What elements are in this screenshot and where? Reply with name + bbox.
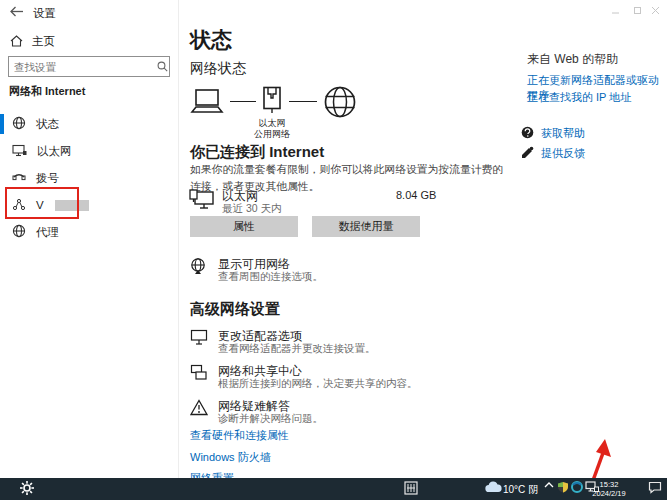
feedback-icon bbox=[521, 145, 534, 163]
advanced-heading: 高级网络设置 bbox=[190, 300, 280, 319]
ethernet-monitor-icon bbox=[189, 189, 215, 215]
diagram-network-type: 公用网络 bbox=[242, 128, 302, 141]
sidebar-item-label: 状态 bbox=[36, 117, 59, 132]
search-input[interactable] bbox=[9, 61, 154, 73]
maximize-button[interactable] bbox=[630, 4, 644, 16]
network-status-heading: 网络状态 bbox=[190, 60, 246, 78]
connected-heading: 你已连接到 Internet bbox=[190, 143, 324, 162]
minimize-button[interactable] bbox=[608, 4, 622, 16]
clock-time: 15:32 bbox=[586, 480, 632, 489]
vpn-icon bbox=[12, 198, 26, 213]
dialup-phone-icon bbox=[12, 171, 26, 186]
search-icon[interactable] bbox=[154, 61, 170, 72]
weather-temp: 10°C bbox=[503, 484, 525, 495]
help-link-ip-address[interactable]: 正在查找我的 IP 地址 bbox=[527, 90, 631, 105]
page-title: 状态 bbox=[190, 26, 232, 54]
settings-window: 设置 主页 网络和 Internet 状态 以太网 bbox=[0, 0, 667, 500]
status-globe-icon bbox=[12, 116, 26, 132]
sharing-center-subtitle: 根据所连接到的网络，决定要共享的内容。 bbox=[218, 377, 418, 391]
settings-search-box[interactable] bbox=[8, 56, 170, 77]
data-usage-value: 8.04 GB bbox=[396, 189, 436, 201]
sidebar-item-vpn[interactable]: V bbox=[0, 192, 178, 218]
ethernet-row-period: 最近 30 天内 bbox=[222, 202, 282, 216]
properties-button[interactable]: 属性 bbox=[190, 216, 298, 237]
home-icon bbox=[10, 35, 23, 49]
sidebar-home-label: 主页 bbox=[32, 34, 55, 49]
diagram-connector-line bbox=[230, 101, 256, 102]
proxy-globe-icon bbox=[12, 224, 26, 240]
tray-security-icon[interactable] bbox=[557, 481, 569, 493]
settings-sidebar: 设置 主页 网络和 Internet 状态 以太网 bbox=[0, 0, 179, 478]
sidebar-section-title: 网络和 Internet bbox=[9, 84, 85, 99]
close-button[interactable] bbox=[648, 4, 662, 16]
sidebar-item-dialup[interactable]: 拨号 bbox=[0, 165, 178, 191]
sidebar-item-label: V bbox=[36, 199, 44, 211]
action-center-icon[interactable] bbox=[648, 481, 662, 494]
sidebar-item-ethernet[interactable]: 以太网 bbox=[0, 138, 178, 164]
troubleshoot-warning-icon bbox=[190, 399, 208, 420]
hardware-properties-link[interactable]: 查看硬件和连接属性 bbox=[190, 428, 289, 443]
ethernet-plug-icon bbox=[261, 86, 283, 118]
available-networks-icon bbox=[189, 257, 207, 279]
windows-firewall-link[interactable]: Windows 防火墙 bbox=[190, 450, 271, 465]
sidebar-item-status[interactable]: 状态 bbox=[0, 111, 178, 137]
tray-chevron-up-icon[interactable] bbox=[544, 481, 554, 489]
get-help-icon bbox=[521, 125, 534, 143]
weather-widget[interactable]: 10°C 阴 bbox=[503, 483, 538, 497]
settings-taskbar-gear-icon[interactable] bbox=[20, 481, 34, 495]
internet-globe-icon bbox=[323, 85, 357, 123]
weather-condition: 阴 bbox=[528, 484, 538, 495]
taskbar-clock[interactable]: 15:32 2024/2/19 bbox=[586, 480, 632, 498]
censored-text bbox=[55, 200, 89, 211]
clock-date: 2024/2/19 bbox=[586, 489, 632, 498]
back-button[interactable] bbox=[10, 4, 24, 20]
sidebar-item-label: 以太网 bbox=[37, 144, 72, 159]
laptop-icon bbox=[189, 88, 225, 120]
ime-keyboard-icon[interactable] bbox=[404, 481, 418, 495]
sharing-center-icon bbox=[190, 364, 208, 385]
taskbar: 10°C 阴 15:32 2024/2/19 bbox=[0, 478, 667, 500]
show-networks-subtitle: 查看周围的连接选项。 bbox=[218, 270, 323, 284]
sidebar-item-proxy[interactable]: 代理 bbox=[0, 219, 178, 245]
ethernet-icon bbox=[12, 144, 27, 159]
change-adapter-subtitle: 查看网络适配器并更改连接设置。 bbox=[218, 342, 376, 356]
sidebar-item-label: 代理 bbox=[36, 225, 59, 240]
troubleshoot-subtitle: 诊断并解决网络问题。 bbox=[218, 412, 323, 426]
get-help-link[interactable]: 获取帮助 bbox=[541, 126, 585, 141]
selected-indicator bbox=[0, 114, 4, 134]
diagram-connector-line bbox=[289, 101, 317, 102]
app-title: 设置 bbox=[33, 6, 56, 21]
sidebar-item-label: 拨号 bbox=[36, 171, 59, 186]
tray-browser-icon[interactable] bbox=[571, 481, 583, 493]
change-adapter-icon bbox=[190, 329, 208, 350]
web-help-heading: 来自 Web 的帮助 bbox=[527, 51, 618, 68]
sidebar-item-home[interactable]: 主页 bbox=[10, 34, 55, 49]
weather-cloud-icon[interactable] bbox=[485, 481, 502, 493]
data-usage-button[interactable]: 数据使用量 bbox=[312, 216, 420, 237]
feedback-link[interactable]: 提供反馈 bbox=[541, 146, 585, 161]
